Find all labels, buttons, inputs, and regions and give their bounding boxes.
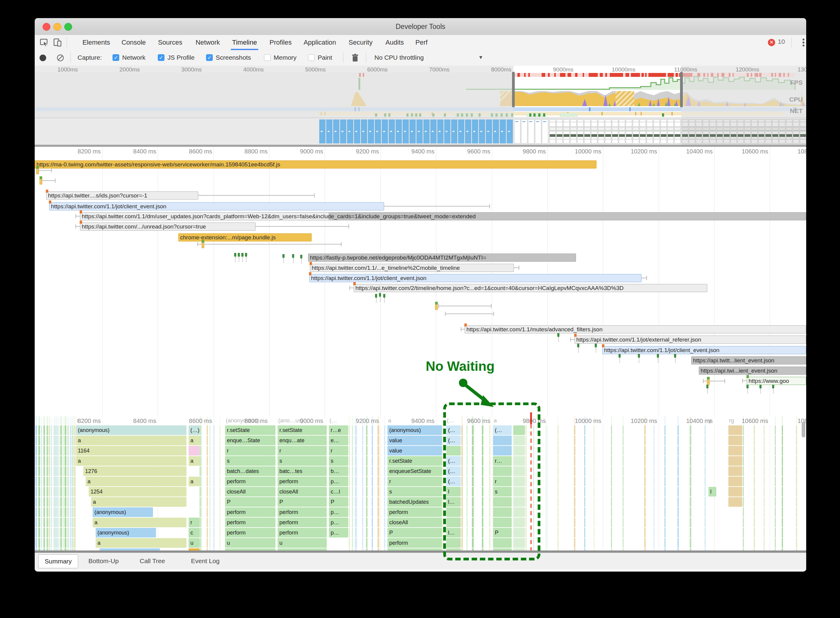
flame-frame[interactable] bbox=[513, 466, 525, 476]
flame-frame[interactable]: l bbox=[446, 487, 461, 496]
network-request-bar[interactable]: https://api.twitter.com/.../unread.json?… bbox=[80, 223, 256, 230]
flame-frame[interactable]: P bbox=[225, 497, 276, 507]
filmstrip-thumbnail[interactable] bbox=[682, 119, 688, 144]
tab-profiles[interactable]: Profiles bbox=[268, 35, 293, 49]
flame-frame[interactable] bbox=[446, 538, 461, 548]
flame-frame[interactable] bbox=[728, 446, 742, 456]
checkbox-js-profile[interactable]: ✓ bbox=[158, 54, 164, 61]
flame-frame[interactable]: r bbox=[329, 446, 348, 456]
network-request-bar[interactable]: https://api.twitter.com/1.1/jot/client_e… bbox=[602, 346, 806, 354]
gc-event-tick[interactable] bbox=[638, 354, 640, 358]
flame-frame[interactable]: a bbox=[92, 518, 186, 527]
flame-frame[interactable]: r bbox=[387, 477, 442, 486]
filmstrip-thumbnail[interactable] bbox=[521, 119, 527, 144]
filmstrip-thumbnail[interactable] bbox=[667, 119, 674, 144]
flame-frame[interactable]: a bbox=[189, 435, 200, 445]
filmstrip-thumbnail[interactable] bbox=[737, 119, 744, 144]
network-request-bar[interactable]: https://api.twitter.com/2/timeline/home.… bbox=[354, 284, 707, 292]
filmstrip-thumbnail[interactable] bbox=[479, 119, 485, 144]
filmstrip-thumbnail[interactable] bbox=[506, 119, 513, 144]
gc-event-tick[interactable] bbox=[245, 253, 247, 257]
filmstrip-thumbnail[interactable] bbox=[772, 119, 779, 144]
network-request-bar[interactable]: https://api.twitt...lient_event.json bbox=[691, 357, 806, 364]
filmstrip-thumbnail[interactable] bbox=[458, 119, 464, 144]
flame-frame[interactable]: (… bbox=[446, 456, 461, 466]
flame-frame[interactable] bbox=[728, 456, 742, 466]
gc-event-tick[interactable] bbox=[300, 255, 302, 258]
flame-frame[interactable]: (anonymous) bbox=[92, 507, 153, 517]
filmstrip-thumbnail[interactable] bbox=[689, 119, 695, 144]
flame-frame[interactable]: c…l bbox=[329, 487, 348, 496]
filmstrip-thumbnail[interactable] bbox=[326, 119, 332, 144]
trash-icon[interactable] bbox=[351, 53, 359, 64]
flame-frame[interactable]: perform bbox=[278, 507, 327, 517]
flame-frame[interactable] bbox=[513, 446, 525, 456]
flame-frame[interactable] bbox=[446, 518, 461, 527]
flame-frame[interactable]: a bbox=[189, 477, 200, 486]
filmstrip-thumbnail[interactable] bbox=[375, 119, 381, 144]
filmstrip-thumbnail[interactable] bbox=[493, 119, 499, 144]
flame-frame[interactable]: enque…State bbox=[225, 435, 276, 445]
flame-frame[interactable] bbox=[493, 497, 512, 507]
checkbox-paint[interactable] bbox=[308, 54, 315, 61]
flame-frame[interactable]: r…e bbox=[329, 425, 348, 435]
gc-event-tick[interactable] bbox=[241, 253, 243, 257]
flame-frame[interactable]: p… bbox=[329, 518, 348, 527]
script-tick[interactable] bbox=[435, 302, 438, 310]
flame-frame[interactable] bbox=[728, 477, 742, 486]
flame-frame[interactable]: 1276 bbox=[83, 466, 186, 476]
filmstrip-thumbnail[interactable] bbox=[542, 119, 548, 144]
flame-frame[interactable] bbox=[728, 435, 742, 445]
bottom-tab-call-tree[interactable]: Call Tree bbox=[134, 554, 171, 567]
flame-frame[interactable]: perform bbox=[225, 477, 276, 486]
filmstrip-thumbnail[interactable] bbox=[696, 119, 702, 144]
flame-frame[interactable] bbox=[513, 477, 525, 486]
filmstrip-thumbnail[interactable] bbox=[793, 119, 799, 144]
filmstrip-thumbnail[interactable] bbox=[500, 119, 506, 144]
filmstrip-thumbnail[interactable] bbox=[703, 119, 709, 144]
device-toolbar-icon[interactable] bbox=[53, 38, 63, 49]
record-icon[interactable] bbox=[39, 54, 47, 63]
flame-frame[interactable]: l bbox=[709, 487, 716, 496]
tab-sources[interactable]: Sources bbox=[156, 35, 184, 49]
vertical-scrollbar-thumb[interactable] bbox=[802, 422, 805, 437]
filmstrip-thumbnail[interactable] bbox=[472, 119, 478, 144]
filmstrip-thumbnail[interactable] bbox=[612, 119, 618, 144]
filmstrip-thumbnail[interactable] bbox=[550, 119, 556, 144]
flame-frame[interactable]: (anonymous) bbox=[387, 425, 442, 435]
filmstrip-thumbnail[interactable] bbox=[584, 119, 590, 144]
filmstrip-thumbnail[interactable] bbox=[633, 119, 639, 144]
filmstrip-thumbnail[interactable] bbox=[423, 119, 430, 144]
flame-frame[interactable]: u bbox=[189, 538, 200, 548]
flame-frame[interactable]: a bbox=[189, 456, 200, 466]
flame-frame[interactable]: a bbox=[86, 477, 186, 486]
flame-frame[interactable]: r bbox=[493, 477, 512, 486]
flame-frame[interactable] bbox=[728, 425, 742, 435]
flame-frame[interactable]: (… bbox=[493, 425, 512, 435]
flame-frame[interactable]: perform bbox=[225, 528, 276, 538]
filmstrip-thumbnail[interactable] bbox=[437, 119, 444, 144]
filmstrip-thumbnail[interactable] bbox=[486, 119, 492, 144]
flame-frame[interactable]: r bbox=[189, 518, 200, 527]
bottom-tab-event-log[interactable]: Event Log bbox=[185, 554, 226, 567]
filmstrip-thumbnail[interactable] bbox=[354, 119, 360, 144]
filmstrip-thumbnail[interactable] bbox=[751, 119, 758, 144]
filmstrip-thumbnail[interactable] bbox=[451, 119, 457, 144]
gc-event-tick[interactable] bbox=[557, 333, 559, 337]
flame-frame[interactable]: value bbox=[387, 446, 442, 456]
gc-event-tick[interactable] bbox=[292, 254, 294, 258]
network-request-bar[interactable]: https://api.twitter.com/1.1/...e_timelin… bbox=[310, 264, 514, 272]
flame-frame[interactable]: perform bbox=[278, 518, 327, 527]
flame-frame[interactable] bbox=[513, 528, 525, 538]
script-tick[interactable] bbox=[36, 166, 39, 174]
filmstrip-thumbnail[interactable] bbox=[654, 119, 660, 144]
filmstrip-thumbnail[interactable] bbox=[535, 119, 541, 144]
gc-event-tick[interactable] bbox=[577, 344, 579, 347]
kebab-menu-icon[interactable] bbox=[799, 37, 806, 49]
flame-frame[interactable]: perform bbox=[225, 518, 276, 527]
flame-frame[interactable]: 1254 bbox=[89, 487, 186, 496]
flame-frame[interactable]: a bbox=[96, 538, 186, 548]
network-request-bar[interactable]: https://api.twi...ient_event.json bbox=[699, 367, 806, 375]
gc-event-tick[interactable] bbox=[760, 385, 761, 388]
filmstrip-thumbnail[interactable] bbox=[646, 119, 653, 144]
